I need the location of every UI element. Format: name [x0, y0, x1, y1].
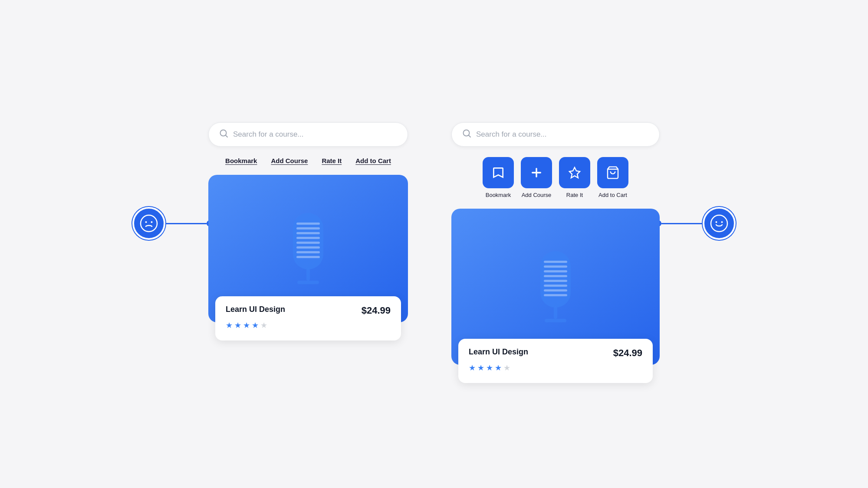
course-price-left: $24.99 — [362, 305, 391, 316]
happy-face-circle — [703, 207, 736, 240]
course-card-right: Learn UI Design $24.99 ★ ★ ★ ★ ★ — [451, 209, 660, 383]
main-container: Search for a course... Bookmark Add Cour… — [208, 105, 660, 383]
mic-decoration-left — [293, 213, 323, 284]
icon-btn-group-add-course: Add Course — [521, 157, 552, 198]
cart-icon — [606, 166, 620, 180]
star-row-right: ★ ★ ★ ★ ★ — [469, 363, 642, 373]
course-card-left: Learn UI Design $24.99 ★ ★ ★ ★ ★ — [208, 175, 408, 341]
star-5-left: ★ — [260, 321, 267, 330]
svg-point-0 — [141, 215, 157, 232]
search-icon-left — [219, 129, 229, 140]
icon-btn-rate[interactable] — [559, 157, 590, 188]
star-3-right: ★ — [486, 363, 493, 373]
mic-stand-left — [306, 269, 310, 281]
mic-lines-right — [540, 255, 571, 301]
star-1-right: ★ — [469, 363, 476, 373]
happy-face-decorator — [655, 207, 736, 240]
search-bar-left[interactable]: Search for a course... — [208, 122, 408, 147]
icon-btn-label-bookmark: Bookmark — [486, 192, 511, 198]
mic-lines-left — [293, 217, 323, 263]
svg-point-1 — [145, 221, 147, 223]
sad-face-icon — [140, 214, 158, 233]
search-bar-right[interactable]: Search for a course... — [451, 122, 660, 147]
sad-face-decorator — [132, 207, 213, 240]
course-info-right: Learn UI Design $24.99 ★ ★ ★ ★ ★ — [458, 339, 653, 383]
bookmark-icon — [491, 166, 505, 180]
star-4-right: ★ — [495, 363, 502, 373]
mic-decoration-right — [540, 251, 571, 322]
search-icon-right — [462, 129, 472, 140]
mic-base-left — [297, 281, 319, 284]
icon-btn-group-bookmark: Bookmark — [483, 157, 514, 198]
mic-base-right — [545, 319, 566, 322]
star-1-left: ★ — [226, 321, 233, 330]
course-info-left: Learn UI Design $24.99 ★ ★ ★ ★ ★ — [215, 296, 401, 341]
star-2-left: ★ — [234, 321, 241, 330]
nav-item-add-course-left[interactable]: Add Course — [271, 157, 308, 164]
plus-icon — [529, 166, 543, 180]
mic-body-right — [540, 251, 571, 308]
svg-point-2 — [151, 221, 153, 223]
mic-body-left — [293, 213, 323, 269]
star-2-right: ★ — [477, 363, 484, 373]
search-placeholder-right: Search for a course... — [476, 130, 547, 139]
right-panel: Search for a course... Bookmark — [451, 122, 660, 383]
nav-item-rate-left[interactable]: Rate It — [322, 157, 342, 164]
icon-nav-right: Bookmark Add Course Rat — [483, 157, 628, 198]
sad-face-line — [165, 223, 207, 224]
icon-btn-group-cart: Add to Cart — [597, 157, 628, 198]
icon-btn-label-add-course: Add Course — [522, 192, 552, 198]
text-nav-left: Bookmark Add Course Rate It Add to Cart — [225, 157, 391, 164]
star-row-left: ★ ★ ★ ★ ★ — [226, 321, 391, 330]
svg-point-9 — [711, 215, 727, 232]
icon-btn-label-cart: Add to Cart — [598, 192, 627, 198]
svg-point-11 — [721, 221, 723, 223]
svg-point-10 — [716, 221, 717, 223]
sad-face-circle — [132, 207, 165, 240]
course-title-left: Learn UI Design — [226, 305, 285, 314]
happy-face-line — [661, 223, 703, 224]
icon-btn-bookmark[interactable] — [483, 157, 514, 188]
search-placeholder-left: Search for a course... — [233, 130, 304, 139]
star-5-right: ★ — [503, 363, 510, 373]
course-card-top-left: Learn UI Design $24.99 — [226, 305, 391, 316]
svg-marker-7 — [569, 167, 580, 178]
star-icon — [568, 166, 582, 180]
nav-item-add-to-cart-left[interactable]: Add to Cart — [355, 157, 391, 164]
happy-face-icon — [710, 214, 728, 233]
icon-btn-group-rate: Rate It — [559, 157, 590, 198]
course-price-right: $24.99 — [613, 347, 642, 359]
left-panel: Search for a course... Bookmark Add Cour… — [208, 122, 408, 341]
course-title-right: Learn UI Design — [469, 347, 528, 357]
star-3-left: ★ — [243, 321, 250, 330]
mic-stand-right — [554, 307, 557, 319]
icon-btn-label-rate: Rate It — [566, 192, 583, 198]
star-4-left: ★ — [252, 321, 259, 330]
icon-btn-cart[interactable] — [597, 157, 628, 188]
nav-item-bookmark-left[interactable]: Bookmark — [225, 157, 257, 164]
icon-btn-add-course[interactable] — [521, 157, 552, 188]
course-card-top-right: Learn UI Design $24.99 — [469, 347, 642, 359]
